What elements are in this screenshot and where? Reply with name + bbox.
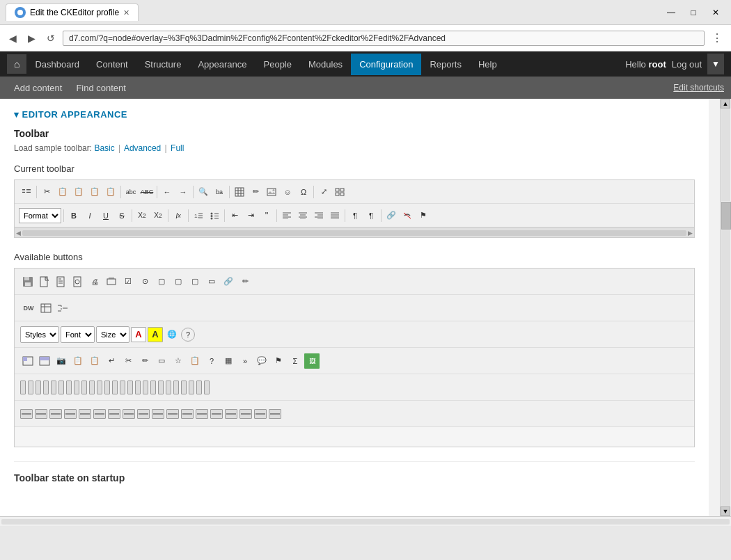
scroll-thumb[interactable] — [721, 202, 731, 230]
toolbar-scrollbar[interactable]: ◀ ▶ — [15, 227, 694, 237]
avail-vsep-btn-12[interactable] — [104, 381, 110, 394]
tb-redo-btn[interactable]: → — [175, 184, 191, 200]
close-button[interactable]: ✕ — [706, 6, 725, 19]
avail-print-btn[interactable]: 🖨 — [87, 274, 102, 289]
tb-maximize-btn[interactable]: ⤢ — [316, 184, 331, 200]
scroll-up-btn[interactable]: ▲ — [721, 99, 730, 109]
avail-hsep-btn-6[interactable] — [93, 409, 106, 419]
avail-vsep-btn-23[interactable] — [189, 381, 194, 394]
forward-button[interactable]: ▶ — [24, 31, 39, 45]
avail-hsep-btn-3[interactable] — [49, 409, 62, 419]
horizontal-scrollbar[interactable] — [0, 516, 731, 526]
avail-star-btn[interactable]: ☆ — [171, 353, 186, 369]
tb-justifyright-btn[interactable] — [311, 208, 327, 223]
avail-button-btn[interactable]: ▭ — [204, 274, 219, 289]
user-dropdown-button[interactable]: ▼ — [707, 54, 724, 74]
tb-unlink-btn[interactable] — [400, 208, 415, 223]
tb-blockquote-btn[interactable]: " — [259, 208, 274, 223]
avail-templates-btn[interactable] — [54, 274, 69, 289]
avail-hsep-btn-7[interactable] — [108, 409, 120, 419]
avail-vsep-btn-17[interactable] — [143, 381, 148, 394]
tb-img-btn[interactable] — [264, 184, 279, 200]
avail-hsep-btn-11[interactable] — [166, 409, 179, 419]
avail-hsep-btn-18[interactable] — [269, 409, 281, 419]
avail-dw-btn[interactable]: DW — [20, 301, 37, 316]
avail-hsep-btn-15[interactable] — [225, 409, 237, 419]
avail-cut2-btn[interactable]: ✂ — [120, 353, 136, 369]
avail-vsep-btn-6[interactable] — [58, 381, 64, 394]
tb-smiley-btn[interactable]: ☺ — [280, 184, 295, 200]
avail-vsep-btn-10[interactable] — [89, 381, 95, 394]
avail-hsep-btn-8[interactable] — [123, 409, 135, 419]
avail-hsep-btn-4[interactable] — [64, 409, 77, 419]
avail-tablerow-btn[interactable] — [37, 353, 52, 369]
avail-radio-btn[interactable]: ⊙ — [137, 274, 152, 289]
avail-vsep-btn-14[interactable] — [120, 381, 125, 394]
avail-clip3-btn[interactable]: 📋 — [187, 353, 203, 369]
avail-rect-btn[interactable]: ▭ — [154, 353, 169, 369]
tb-bold-btn[interactable]: B — [66, 208, 81, 223]
tb-find-btn[interactable]: abc — [123, 184, 139, 200]
avail-preview-btn[interactable] — [104, 274, 119, 289]
avail-chevron-btn[interactable]: » — [237, 353, 253, 369]
avail-img2-btn[interactable]: 📷 — [54, 353, 69, 369]
nav-item-dashboard[interactable]: Dashboard — [26, 54, 88, 75]
avail-vsep-btn-1[interactable] — [20, 381, 26, 394]
tb-outdent-btn[interactable]: ⇤ — [227, 208, 242, 223]
tb-removeformat-btn[interactable]: Ix — [171, 208, 186, 223]
avail-vsep-btn-16[interactable] — [135, 381, 141, 394]
avail-bgcolor-btn[interactable]: A — [148, 327, 163, 342]
tb-italic-btn[interactable]: I — [82, 208, 97, 223]
avail-vsep-btn-4[interactable] — [43, 381, 49, 394]
avail-clip-btn[interactable]: 📋 — [70, 353, 86, 369]
tb-justifyleft-btn[interactable] — [279, 208, 294, 223]
tb-paste-text-btn[interactable]: 📋 — [87, 184, 102, 200]
tb-bidi-btn[interactable]: ¶ — [347, 208, 363, 223]
avail-vsep-btn-19[interactable] — [158, 381, 164, 394]
tb-strike-btn[interactable]: S — [114, 208, 129, 223]
scroll-down-btn[interactable]: ▼ — [721, 506, 730, 516]
avail-tablecell-btn[interactable] — [20, 353, 36, 369]
tb-table-btn[interactable] — [232, 184, 247, 200]
avail-vsep-btn-3[interactable] — [36, 381, 41, 394]
tb-replace-btn[interactable]: ABC — [139, 184, 155, 200]
size-select[interactable]: Size — [96, 326, 129, 343]
edit-shortcuts-link[interactable]: Edit shortcuts — [673, 83, 724, 93]
tb-bidi2-btn[interactable]: ¶ — [363, 208, 379, 223]
full-toolbar-link[interactable]: Full — [171, 143, 184, 153]
avail-vsep-btn-20[interactable] — [166, 381, 171, 394]
nav-item-people[interactable]: People — [256, 54, 300, 75]
refresh-button[interactable]: ↺ — [43, 31, 58, 45]
avail-hsep-btn-14[interactable] — [210, 409, 223, 419]
avail-select-btn[interactable]: ▢ — [187, 274, 203, 289]
minimize-button[interactable]: — — [661, 6, 681, 19]
tb-ol-btn[interactable]: 1. — [191, 208, 206, 223]
logout-link[interactable]: Log out — [672, 59, 702, 70]
tb-ul-btn[interactable] — [207, 208, 222, 223]
vertical-scrollbar[interactable]: ▲ ▼ — [720, 99, 731, 516]
nav-item-content[interactable]: Content — [88, 54, 136, 75]
avail-save-btn[interactable] — [20, 274, 36, 289]
avail-pencil-btn[interactable]: ✏ — [137, 353, 152, 369]
nav-item-structure[interactable]: Structure — [136, 54, 190, 75]
tb-show-blocks-btn[interactable] — [332, 184, 347, 200]
avail-hsep-btn-5[interactable] — [79, 409, 91, 419]
avail-comment-btn[interactable]: 💬 — [254, 353, 269, 369]
basic-toolbar-link[interactable]: Basic — [94, 143, 114, 153]
tb-underline-btn[interactable]: U — [98, 208, 113, 223]
avail-vsep-btn-15[interactable] — [127, 381, 133, 394]
nav-item-reports[interactable]: Reports — [421, 54, 470, 75]
avail-newdoc-btn[interactable] — [37, 274, 52, 289]
tb-justifyblock-btn[interactable] — [327, 208, 343, 223]
avail-language-btn[interactable]: 🌐 — [164, 327, 180, 342]
avail-link-btn[interactable]: 🔗 — [221, 274, 236, 289]
avail-flag-btn[interactable]: ⚑ — [271, 353, 286, 369]
add-content-link[interactable]: Add content — [7, 79, 69, 97]
advanced-toolbar-link[interactable]: Advanced — [124, 143, 161, 153]
avail-vsep-btn-11[interactable] — [97, 381, 102, 394]
tb-source-btn[interactable] — [19, 184, 34, 200]
avail-sigma-btn[interactable]: Σ — [288, 353, 303, 369]
browser-tab[interactable]: Edit the CKEditor profile ✕ — [6, 3, 139, 21]
avail-hsep-btn-17[interactable] — [254, 409, 267, 419]
avail-vsep-btn-7[interactable] — [66, 381, 72, 394]
